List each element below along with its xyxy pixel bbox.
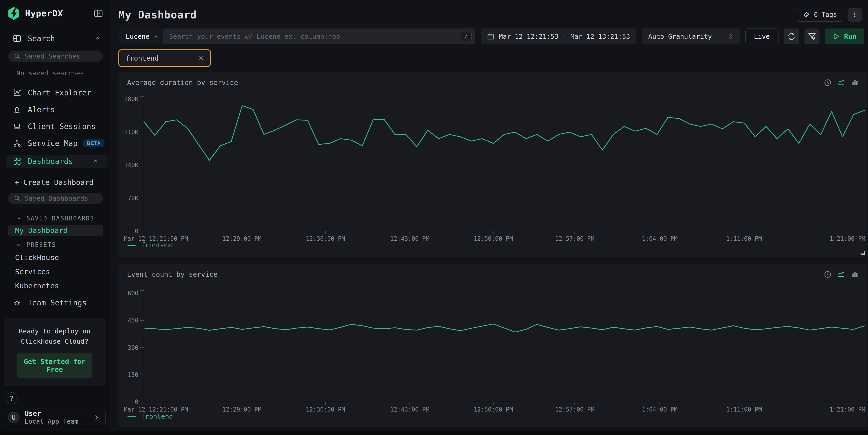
- svg-text:140K: 140K: [124, 162, 138, 168]
- slash-shortcut: /: [461, 32, 472, 41]
- sidebar-item-chart-explorer[interactable]: Chart Explorer: [0, 87, 109, 98]
- time-range-picker[interactable]: Mar 12 12:21:53 - Mar 12 13:21:53: [481, 28, 637, 44]
- clock-icon[interactable]: [824, 79, 832, 87]
- resize-handle[interactable]: [861, 251, 865, 255]
- chevrons-updown-icon: [727, 33, 734, 40]
- sidebar-item-clickhouse[interactable]: ClickHouse: [0, 253, 109, 262]
- svg-text:1:11:00 PM: 1:11:00 PM: [726, 406, 762, 411]
- language-select[interactable]: Lucene: [118, 33, 163, 40]
- sidebar-item-service-map[interactable]: Service Map BETA: [0, 137, 109, 149]
- live-button[interactable]: Live: [745, 28, 778, 44]
- sidebar: HyperDX Search ⌘ K No saved searches: [0, 0, 109, 431]
- beta-badge: BETA: [83, 139, 104, 147]
- svg-text:150: 150: [128, 371, 138, 378]
- section-label: SAVED DASHBOARDS: [26, 215, 94, 222]
- svg-text:12:36:00 PM: 12:36:00 PM: [306, 406, 345, 411]
- chevron-up-icon[interactable]: [92, 158, 99, 165]
- section-presets[interactable]: PRESETS: [0, 241, 109, 248]
- svg-text:12:57:00 PM: 12:57:00 PM: [555, 235, 594, 242]
- language-label: Lucene: [126, 33, 150, 40]
- laptop-icon: [13, 122, 22, 130]
- saved-dashboards-search[interactable]: ⌘ K: [8, 193, 103, 204]
- user-menu[interactable]: U User Local App Team: [4, 409, 106, 426]
- section-saved-dashboards[interactable]: SAVED DASHBOARDS: [0, 215, 109, 222]
- sidebar-item-label: Alerts: [28, 105, 55, 114]
- chevron-up-icon[interactable]: [94, 35, 101, 42]
- sidebar-item-search[interactable]: Search: [0, 33, 109, 44]
- close-icon[interactable]: [198, 55, 205, 62]
- more-options-button[interactable]: [848, 8, 862, 22]
- bar-chart-icon[interactable]: [851, 79, 859, 87]
- svg-text:12:50:00 PM: 12:50:00 PM: [474, 406, 513, 411]
- svg-text:12:43:00 PM: 12:43:00 PM: [390, 235, 429, 242]
- legend-swatch: [127, 245, 136, 246]
- svg-text:0: 0: [135, 399, 138, 405]
- sidebar-item-team-settings[interactable]: Team Settings: [0, 297, 109, 308]
- saved-dashboards-input[interactable]: [25, 194, 108, 202]
- tags-button[interactable]: 0 Tags: [797, 8, 843, 22]
- user-team: Local App Team: [25, 418, 78, 426]
- line-chart-icon[interactable]: [837, 271, 845, 278]
- search-input[interactable]: [169, 33, 461, 40]
- get-started-button[interactable]: Get Started for Free: [17, 353, 92, 378]
- svg-text:12:29:00 PM: 12:29:00 PM: [222, 235, 261, 242]
- svg-text:0: 0: [135, 228, 138, 235]
- search-combo: Lucene /: [118, 28, 475, 44]
- legend-item-frontend[interactable]: frontend: [127, 412, 173, 420]
- clock-icon[interactable]: [824, 271, 832, 278]
- svg-text:210K: 210K: [124, 129, 138, 135]
- filter-edit-icon: [808, 32, 816, 40]
- chevron-down-icon: [16, 242, 22, 248]
- search-icon: [14, 53, 21, 60]
- sidebar-item-alerts[interactable]: Client Sessions Alerts: [0, 104, 109, 115]
- sidebar-item-label: Client Sessions: [28, 122, 96, 131]
- chevron-down-icon: [16, 215, 22, 221]
- svg-text:1:04:00 PM: 1:04:00 PM: [642, 406, 678, 411]
- saved-searches-search[interactable]: ⌘ K: [8, 51, 103, 62]
- page-header: My Dashboard 0 Tags: [109, 0, 868, 22]
- legend-item-frontend[interactable]: frontend: [127, 241, 173, 249]
- question-mark-icon: ?: [9, 395, 14, 402]
- filter-button[interactable]: [804, 28, 819, 44]
- sidebar-item-kubernetes[interactable]: Kubernetes: [0, 281, 109, 290]
- chart-title: Event count by service: [127, 270, 217, 278]
- help-button[interactable]: ?: [5, 392, 18, 404]
- svg-text:12:57:00 PM: 12:57:00 PM: [555, 406, 594, 411]
- svg-text:1:11:00 PM: 1:11:00 PM: [726, 235, 762, 242]
- bell-icon: [13, 105, 22, 114]
- sidebar-item-my-dashboard[interactable]: My Dashboard: [8, 225, 103, 236]
- brand-title: HyperDX: [25, 8, 63, 19]
- app-window: HyperDX Search ⌘ K No saved searches: [0, 0, 868, 431]
- logo-row: HyperDX: [0, 0, 109, 20]
- svg-text:1:21:00 PM: 1:21:00 PM: [830, 235, 865, 242]
- filter-chip-frontend[interactable]: frontend: [118, 50, 211, 67]
- svg-text:Mar 12 12:21:00 PM: Mar 12 12:21:00 PM: [124, 406, 188, 411]
- chart-title: Average duration by service: [127, 79, 238, 87]
- sidebar-item-services[interactable]: Services: [0, 268, 109, 276]
- event-count-chart-plot[interactable]: 6004503001500Mar 12 12:21:00 PM12:29:00 …: [118, 287, 867, 411]
- bar-chart-icon[interactable]: [851, 271, 859, 278]
- line-chart-icon[interactable]: [837, 79, 845, 87]
- svg-text:300: 300: [128, 344, 138, 351]
- svg-text:280K: 280K: [124, 96, 138, 102]
- active-filters: frontend: [118, 50, 868, 67]
- service-map-icon: [13, 139, 22, 147]
- time-range-value: Mar 12 12:21:53 - Mar 12 13:21:53: [499, 33, 630, 40]
- refresh-button[interactable]: [784, 28, 799, 44]
- create-dashboard-button[interactable]: + Create Dashboard: [0, 178, 109, 187]
- duration-chart-plot[interactable]: 280K210K140K70K0Mar 12 12:21:00 PM12:29:…: [118, 94, 867, 242]
- granularity-value: Auto Granularity: [648, 33, 712, 40]
- dashboards-grid-icon: [13, 157, 22, 165]
- collapse-sidebar-icon[interactable]: [94, 9, 103, 18]
- page-title: My Dashboard: [118, 9, 197, 21]
- saved-searches-input[interactable]: [25, 52, 108, 60]
- avatar: U: [8, 411, 20, 424]
- search-icon: [14, 195, 21, 202]
- sidebar-item-client-sessions[interactable]: Client Sessions: [0, 121, 109, 132]
- gear-icon: [13, 299, 22, 307]
- sidebar-item-label: Chart Explorer: [28, 88, 91, 97]
- granularity-select[interactable]: Auto Granularity: [642, 28, 740, 44]
- sidebar-item-dashboards[interactable]: Dashboards: [6, 155, 107, 167]
- run-button[interactable]: Run: [825, 28, 864, 44]
- refresh-icon: [787, 32, 796, 40]
